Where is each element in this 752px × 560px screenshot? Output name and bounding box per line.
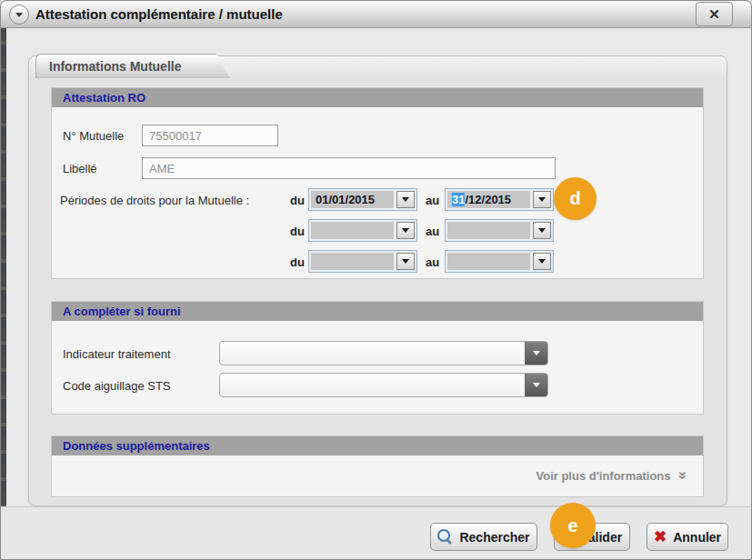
du-label-1: du: [290, 194, 305, 207]
voir-plus-label: Voir plus d'informations: [536, 469, 671, 483]
tab-label: Informations Mutuelle: [49, 59, 181, 74]
du-label-3: du: [290, 255, 305, 269]
section-donnees-supplementaires: Données supplémentaires Voir plus d'info…: [51, 435, 704, 497]
date-au-1-dropdown-button[interactable]: [533, 191, 551, 208]
au-label-3: au: [426, 255, 439, 269]
code-aiguillage-sts-value: [220, 374, 525, 396]
date-du-3-dropdown-button[interactable]: [396, 253, 415, 270]
date-au-1-value[interactable]: 31/12/2015: [447, 191, 530, 208]
cancel-icon: ✖: [654, 529, 667, 545]
code-sts-dropdown-button[interactable]: [525, 374, 547, 396]
periodes-label: Périodes de droits pour la Mutuelle :: [60, 194, 249, 207]
search-icon: [437, 529, 453, 545]
code-aiguillage-sts-label: Code aiguillage STS: [63, 379, 171, 393]
chevron-down-icon: [402, 259, 409, 264]
rechercher-label: Rechercher: [459, 530, 529, 545]
chevron-down-icon: [402, 197, 409, 202]
num-mutuelle-input[interactable]: [142, 125, 278, 146]
section-a-completer-title: A compléter si fourni: [52, 302, 703, 321]
libelle-label: Libellé: [63, 162, 97, 175]
chevron-down-icon: [533, 383, 540, 387]
annotation-badge-e: e: [550, 503, 596, 548]
date-du-2-dropdown-button[interactable]: [396, 222, 415, 239]
chevron-down-icon: [538, 197, 546, 202]
date-au-2-value[interactable]: [447, 222, 530, 239]
indicateur-dropdown-button[interactable]: [525, 342, 547, 365]
date-au-1-rest: /12/2015: [465, 193, 511, 206]
tab-informations-mutuelle[interactable]: Informations Mutuelle: [35, 54, 230, 78]
section-donnees-supplementaires-title: Données supplémentaires: [52, 436, 703, 455]
close-button[interactable]: ✕: [696, 2, 733, 26]
date-du-1-value[interactable]: 01/01/2015: [311, 191, 394, 208]
annotation-badge-d-label: d: [569, 188, 580, 209]
date-au-3-value[interactable]: [447, 253, 530, 270]
window-title: Attestation complémentaire / mutuelle: [35, 1, 283, 28]
date-du-1-dropdown-button[interactable]: [396, 191, 415, 208]
date-du-3-value[interactable]: [311, 253, 394, 270]
code-aiguillage-sts-select[interactable]: [219, 373, 548, 397]
title-bar: Attestation complémentaire / mutuelle ✕: [1, 1, 751, 28]
libelle-input[interactable]: [142, 157, 556, 179]
rechercher-button[interactable]: Rechercher: [430, 523, 537, 551]
au-label-2: au: [426, 225, 439, 238]
annotation-badge-d: d: [554, 177, 597, 220]
date-au-2-dropdown-button[interactable]: [533, 222, 551, 239]
annuler-label: Annuler: [673, 530, 721, 545]
chevron-down-icon: [533, 351, 540, 355]
selected-text: 31: [452, 193, 465, 206]
indicateur-traitement-value: [220, 342, 525, 365]
chevron-down-icon: [538, 228, 546, 233]
double-chevron-down-icon: »: [673, 471, 691, 479]
annuler-button[interactable]: ✖ Annuler: [647, 523, 728, 551]
background-window-edge: [1, 28, 6, 508]
chevron-down-icon: [15, 13, 23, 17]
footer-bar: Rechercher ✔ Valider ✖ Annuler: [1, 506, 751, 560]
attestation-dialog: Attestation complémentaire / mutuelle ✕ …: [0, 0, 752, 560]
indicateur-traitement-select[interactable]: [219, 341, 548, 365]
date-au-3-dropdown-button[interactable]: [533, 253, 551, 270]
date-au-3-combo[interactable]: [445, 250, 554, 273]
date-du-1-combo[interactable]: 01/01/2015: [308, 188, 417, 211]
au-label-1: au: [426, 194, 439, 207]
collapse-button[interactable]: [9, 5, 29, 25]
date-au-2-combo[interactable]: [445, 219, 554, 242]
date-du-2-combo[interactable]: [308, 219, 417, 242]
chevron-down-icon: [402, 228, 409, 233]
date-au-1-combo[interactable]: 31/12/2015: [445, 188, 554, 211]
annotation-badge-e-label: e: [567, 515, 577, 536]
chevron-down-icon: [538, 259, 546, 264]
voir-plus-link[interactable]: Voir plus d'informations »: [536, 466, 687, 485]
du-label-2: du: [290, 225, 305, 238]
indicateur-traitement-label: Indicateur traitement: [63, 347, 171, 361]
date-du-2-value[interactable]: [311, 222, 394, 239]
section-attestation-ro-title: Attestation RO: [52, 88, 703, 107]
close-icon: ✕: [708, 6, 720, 23]
date-du-3-combo[interactable]: [308, 250, 417, 273]
num-mutuelle-label: N° Mutuelle: [63, 129, 124, 143]
